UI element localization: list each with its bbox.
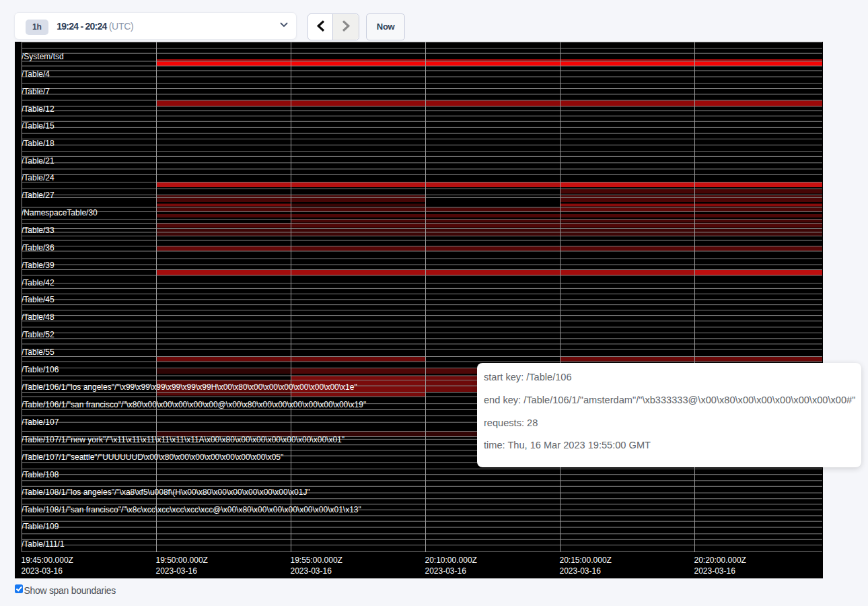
svg-text:/Table/108/1/"san francisco"/": /Table/108/1/"san francisco"/"\x8c\xcc\x…	[22, 504, 361, 514]
svg-text:/Table/111/1: /Table/111/1	[22, 539, 65, 549]
svg-text:/Table/21: /Table/21	[22, 156, 55, 165]
svg-text:19:45:00.000Z: 19:45:00.000Z	[21, 556, 73, 565]
svg-text:/Table/4: /Table/4	[22, 69, 50, 78]
svg-text:/Table/27: /Table/27	[22, 190, 55, 199]
svg-text:19:50:00.000Z: 19:50:00.000Z	[155, 556, 207, 565]
svg-text:20:10:00.000Z: 20:10:00.000Z	[425, 556, 476, 565]
svg-text:2023-03-16: 2023-03-16	[694, 566, 735, 575]
svg-text:/NamespaceTable/30: /NamespaceTable/30	[22, 207, 98, 217]
svg-text:/Table/39: /Table/39	[22, 260, 55, 269]
svg-text:/Table/52: /Table/52	[22, 330, 55, 339]
svg-text:/System/tsd: /System/tsd	[22, 51, 64, 61]
svg-text:/Table/106: /Table/106	[22, 364, 59, 374]
svg-text:/Table/107/1/"seattle"/"UUUUUU: /Table/107/1/"seattle"/"UUUUUUD\x00\x80\…	[22, 452, 283, 461]
svg-text:/Table/107/1/"new york"/"\x11\: /Table/107/1/"new york"/"\x11\x11\x11\x1…	[22, 434, 345, 444]
svg-text:/Table/12: /Table/12	[22, 104, 55, 113]
svg-text:/Table/36: /Table/36	[22, 242, 55, 252]
svg-text:2023-03-16: 2023-03-16	[425, 566, 466, 575]
svg-text:/Table/18: /Table/18	[22, 138, 55, 147]
svg-text:/Table/42: /Table/42	[22, 277, 55, 287]
svg-text:/Table/108/1/"los angeles"/"\x: /Table/108/1/"los angeles"/"\xa8\xf5\u00…	[22, 487, 310, 496]
svg-text:20:20:00.000Z: 20:20:00.000Z	[694, 556, 746, 565]
svg-text:/Table/106/1/"los angeles"/"\x: /Table/106/1/"los angeles"/"\x99\x99\x99…	[22, 382, 357, 391]
svg-text:/Table/15: /Table/15	[22, 121, 55, 131]
svg-text:/Table/107: /Table/107	[22, 417, 59, 426]
svg-text:19:55:00.000Z: 19:55:00.000Z	[290, 556, 342, 565]
svg-text:/Table/48: /Table/48	[22, 312, 55, 322]
svg-text:/Table/108: /Table/108	[22, 469, 59, 479]
svg-text:20:15:00.000Z: 20:15:00.000Z	[559, 556, 611, 565]
svg-text:2023-03-16: 2023-03-16	[155, 566, 197, 575]
svg-text:/Table/7: /Table/7	[22, 86, 50, 96]
svg-text:/Table/45: /Table/45	[22, 295, 55, 304]
svg-text:2023-03-16: 2023-03-16	[290, 566, 332, 575]
svg-text:/Table/55: /Table/55	[22, 347, 55, 356]
svg-text:2023-03-16: 2023-03-16	[21, 566, 63, 575]
svg-text:/Table/106/1/"san francisco"/": /Table/106/1/"san francisco"/"\x80\x00\x…	[22, 399, 366, 409]
svg-text:/Table/24: /Table/24	[22, 173, 55, 182]
svg-text:/Table/109: /Table/109	[22, 522, 59, 531]
svg-text:/Table/33: /Table/33	[22, 225, 55, 234]
svg-text:2023-03-16: 2023-03-16	[559, 566, 601, 575]
